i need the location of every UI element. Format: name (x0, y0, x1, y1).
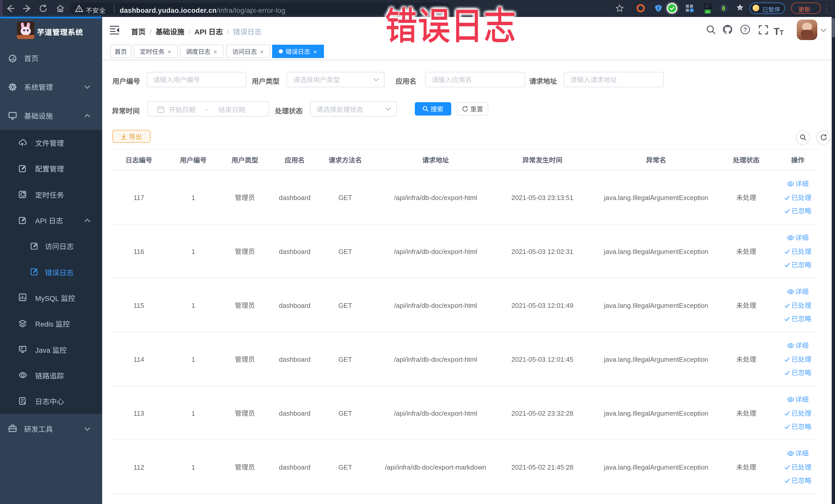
svg-text:on: on (706, 10, 710, 14)
svg-text:?: ? (744, 26, 747, 33)
